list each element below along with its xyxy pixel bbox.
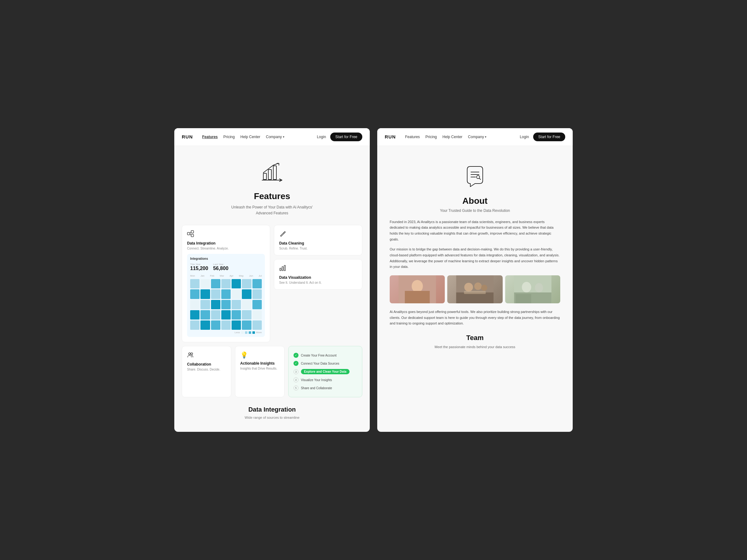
- svg-line-9: [284, 233, 284, 233]
- svg-rect-1: [268, 169, 272, 180]
- heatmap-legend: Less More: [190, 331, 262, 334]
- onboard-label-3-active: Explore and Clean Your Data: [301, 369, 350, 374]
- about-body: Founded in 2023, Ai Analitycs is a passi…: [385, 219, 565, 350]
- features-nav-links: Features Pricing Help Center Company: [202, 135, 311, 139]
- this-year-label: This Year: [190, 263, 208, 266]
- about-nav-pricing[interactable]: Pricing: [426, 135, 437, 139]
- team-title: Team: [390, 334, 560, 342]
- about-nav-help[interactable]: Help Center: [443, 135, 463, 139]
- onboard-check-1: ✓: [293, 353, 299, 358]
- features-hero: Features Unleash the Power of Your Data …: [182, 156, 362, 225]
- svg-rect-12: [284, 265, 285, 271]
- svg-point-21: [412, 280, 423, 292]
- features-grid: Data Integration Connect. Streamline. An…: [182, 225, 362, 342]
- cleaning-desc: Scrub. Refine. Trust.: [279, 247, 357, 250]
- onboard-num-4: 4: [293, 377, 299, 382]
- about-para-1: Founded in 2023, Ai Analitycs is a passi…: [390, 219, 560, 242]
- features-nav-right: Login Start for Free: [317, 133, 362, 141]
- team-section: Team Meet the passionate minds behind yo…: [390, 334, 560, 350]
- svg-point-33: [535, 283, 543, 292]
- feature-card-cleaning: Data Cleaning Scrub. Refine. Trust.: [274, 225, 362, 256]
- feature-card-collaboration: Collaboration Share. Discuss. Decide.: [182, 346, 231, 397]
- feature-card-integration: Data Integration Connect. Streamline. An…: [182, 225, 270, 342]
- onboard-label-2: Connect Your Data Sources: [301, 362, 339, 365]
- onboard-item-1: ✓ Create Your Free Account: [293, 351, 357, 359]
- about-nav: RUN Features Pricing Help Center Company…: [377, 128, 573, 146]
- insights-icon: 💡: [240, 351, 279, 359]
- about-logo: RUN: [385, 134, 396, 139]
- about-page-content: About Your Trusted Guide to the Data Rev…: [377, 146, 573, 363]
- svg-rect-6: [191, 234, 194, 237]
- feature-card-insights: 💡 Actionable Insights Insights that Driv…: [235, 346, 284, 397]
- svg-line-19: [479, 178, 481, 180]
- cleaning-title: Data Cleaning: [279, 241, 357, 245]
- about-nav-features[interactable]: Features: [405, 135, 420, 139]
- integration-title: Data Integration: [187, 241, 265, 245]
- svg-rect-29: [464, 291, 486, 294]
- features-nav-login[interactable]: Login: [317, 135, 326, 139]
- svg-point-32: [522, 282, 531, 292]
- team-photo-1: [390, 275, 445, 303]
- di-section-subtitle: Wide range of sources to streamline: [182, 416, 362, 419]
- team-photo-3: [505, 275, 560, 303]
- integrations-stats: This Year 115,200 Last Year 56,800: [190, 263, 262, 271]
- stat-this-year: This Year 115,200: [190, 263, 208, 271]
- integration-icon: [187, 230, 265, 239]
- about-nav-cta[interactable]: Start for Free: [533, 133, 565, 141]
- onboard-num-5: 5: [293, 385, 299, 391]
- features-nav-features[interactable]: Features: [202, 135, 218, 139]
- about-nav-login[interactable]: Login: [520, 135, 529, 139]
- team-subtitle: Meet the passionate minds behind your da…: [390, 344, 560, 350]
- team-photo-2: [447, 275, 503, 303]
- stat-last-year: Last Year 56,800: [213, 263, 229, 271]
- about-hero: About Your Trusted Guide to the Data Rev…: [385, 156, 565, 219]
- features-page-content: Features Unleash the Power of Your Data …: [174, 146, 370, 432]
- onboard-label-5: Share and Collaborate: [301, 386, 332, 390]
- svg-point-13: [189, 353, 190, 355]
- svg-rect-2: [273, 166, 276, 180]
- about-tagline: Your Trusted Guide to the Data Revolutio…: [385, 209, 565, 213]
- about-nav-right: Login Start for Free: [520, 133, 565, 141]
- di-section-title: Data Integration: [182, 406, 362, 413]
- features-nav-pricing[interactable]: Pricing: [224, 135, 235, 139]
- svg-point-25: [464, 283, 473, 292]
- onboard-label-4: Visualize Your Insights: [301, 378, 332, 382]
- svg-point-26: [474, 283, 482, 290]
- svg-rect-4: [187, 232, 190, 235]
- team-photos: [390, 275, 560, 303]
- svg-rect-0: [263, 173, 266, 180]
- about-para-2: Our mission is to bridge the gap between…: [390, 246, 560, 270]
- features-nav-company[interactable]: Company: [266, 135, 284, 139]
- heatmap: [190, 279, 262, 330]
- about-nav-company[interactable]: Company: [468, 135, 487, 139]
- features-panel: RUN Features Pricing Help Center Company…: [174, 128, 370, 432]
- svg-point-14: [191, 353, 193, 355]
- features-hero-title: Features: [182, 191, 362, 201]
- insights-desc: Insights that Drive Results.: [240, 367, 279, 370]
- svg-rect-28: [456, 292, 494, 303]
- onboard-num-3: 3: [293, 369, 299, 374]
- features-logo: RUN: [182, 134, 193, 139]
- about-nav-links: Features Pricing Help Center Company: [405, 135, 514, 139]
- onboard-check-2: ✓: [293, 361, 299, 366]
- visualization-desc: See It. Understand It. Act on It.: [279, 281, 357, 284]
- last-year-label: Last Year: [213, 263, 229, 266]
- onboard-item-5: 5 Share and Collaborate: [293, 384, 357, 392]
- features-nav-cta[interactable]: Start for Free: [330, 133, 362, 141]
- two-panel-wrapper: RUN Features Pricing Help Center Company…: [174, 128, 573, 432]
- collaboration-title: Collaboration: [187, 362, 226, 367]
- visualization-title: Data Visualization: [279, 275, 357, 280]
- features-nav-help[interactable]: Help Center: [240, 135, 260, 139]
- feature-card-visualization: Data Visualization See It. Understand It…: [274, 259, 362, 290]
- right-cards-column: Data Cleaning Scrub. Refine. Trust.: [274, 225, 362, 290]
- this-year-value: 115,200: [190, 266, 208, 271]
- onboard-item-4: 4 Visualize Your Insights: [293, 376, 357, 384]
- insights-title: Actionable Insights: [240, 361, 279, 366]
- last-year-value: 56,800: [213, 266, 229, 271]
- data-integration-section: Data Integration Wide range of sources t…: [182, 406, 362, 419]
- cleaning-icon: [279, 230, 357, 239]
- svg-rect-10: [280, 268, 281, 271]
- about-hero-icon: [385, 163, 565, 193]
- collaboration-icon: [187, 351, 226, 359]
- collaboration-desc: Share. Discuss. Decide.: [187, 368, 226, 371]
